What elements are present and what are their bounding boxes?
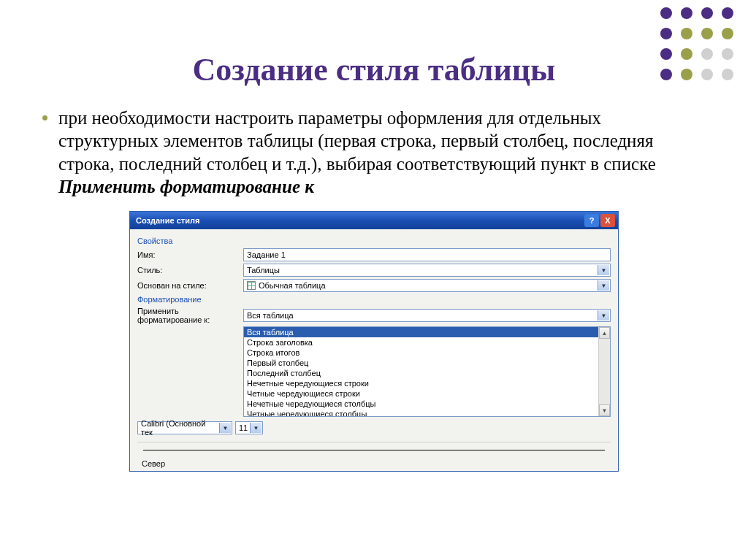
chevron-down-icon: ▼ bbox=[250, 423, 262, 433]
style-dropdown[interactable]: Таблицы ▼ bbox=[243, 264, 611, 277]
apply-to-dropdown[interactable]: Вся таблица ▼ bbox=[243, 309, 611, 322]
list-item[interactable]: Первый столбец bbox=[244, 358, 610, 368]
chevron-down-icon: ▼ bbox=[219, 423, 231, 433]
based-on-value: Обычная таблица bbox=[259, 281, 326, 290]
name-label: Имя: bbox=[137, 250, 243, 259]
dialog-title: Создание стиля bbox=[136, 216, 199, 225]
slide-title: Создание стиля таблицы bbox=[0, 51, 748, 88]
apply-to-label: Применить форматирование к: bbox=[137, 307, 243, 324]
list-item[interactable]: Нечетные чередующиеся столбцы bbox=[244, 399, 610, 409]
name-value: Задание 1 bbox=[247, 250, 286, 259]
chevron-down-icon: ▼ bbox=[598, 280, 609, 291]
style-value: Таблицы bbox=[247, 266, 280, 275]
apply-to-value: Вся таблица bbox=[247, 311, 294, 320]
properties-section-label: Свойства bbox=[137, 237, 611, 245]
decorative-dots bbox=[660, 7, 733, 89]
list-item[interactable]: Последний столбец bbox=[244, 368, 610, 378]
create-style-dialog: Создание стиля ? X Свойства Имя: Задание… bbox=[129, 211, 619, 472]
chevron-down-icon: ▼ bbox=[598, 265, 609, 275]
font-size-value: 11 bbox=[239, 423, 248, 432]
scroll-down-icon[interactable]: ▼ bbox=[599, 404, 610, 416]
apply-to-listbox[interactable]: Вся таблица Строка заголовка Строка итог… bbox=[243, 326, 611, 417]
name-field[interactable]: Задание 1 bbox=[243, 248, 611, 261]
help-button[interactable]: ? bbox=[584, 214, 599, 227]
list-item[interactable]: Четные чередующиеся столбцы bbox=[244, 409, 610, 416]
font-size-dropdown[interactable]: 11 ▼ bbox=[235, 421, 263, 434]
font-name-value: Calibri (Основной тек bbox=[141, 419, 218, 437]
bullet-icon bbox=[42, 115, 47, 120]
close-button[interactable]: X bbox=[600, 214, 615, 227]
body-text-emphasis: Применить форматирование к bbox=[58, 177, 314, 196]
formatting-section-label: Форматирование bbox=[137, 295, 611, 304]
list-item[interactable]: Нечетные чередующиеся строки bbox=[244, 378, 610, 388]
body-text-main: при необходимости настроить параметры оф… bbox=[58, 108, 656, 174]
table-icon bbox=[247, 281, 256, 290]
style-label: Стиль: bbox=[137, 266, 243, 275]
font-name-dropdown[interactable]: Calibri (Основной тек ▼ bbox=[137, 421, 232, 434]
list-item[interactable]: Вся таблица bbox=[244, 327, 610, 337]
chevron-down-icon: ▼ bbox=[598, 310, 609, 321]
slide-body-text: при необходимости настроить параметры оф… bbox=[58, 107, 704, 198]
based-on-dropdown[interactable]: Обычная таблица ▼ bbox=[243, 279, 611, 292]
listbox-scrollbar[interactable]: ▲ ▼ bbox=[598, 327, 610, 416]
based-on-label: Основан на стиле: bbox=[137, 281, 243, 290]
scroll-up-icon[interactable]: ▲ bbox=[599, 327, 610, 339]
list-item[interactable]: Строка заголовка bbox=[244, 337, 610, 348]
preview-area: Север bbox=[137, 442, 611, 468]
preview-cell-label: Север bbox=[142, 459, 165, 468]
list-item[interactable]: Строка итогов bbox=[244, 348, 610, 358]
list-item[interactable]: Четные чередующиеся строки bbox=[244, 388, 610, 399]
dialog-titlebar[interactable]: Создание стиля ? X bbox=[130, 212, 618, 229]
